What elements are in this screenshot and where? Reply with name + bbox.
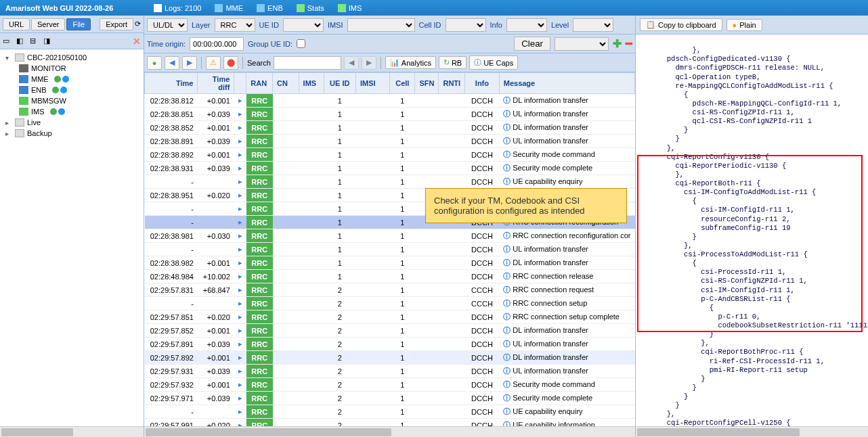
- tree-root[interactable]: CBC-2021050100: [0, 52, 144, 63]
- imsi-select[interactable]: [347, 18, 415, 32]
- plain-button[interactable]: ●Plain: [726, 19, 762, 31]
- log-row[interactable]: 02:29:57.851+0.020▸RRC21DCCHⓘRRC connect…: [145, 310, 635, 324]
- info-select[interactable]: [506, 18, 547, 32]
- tree-live[interactable]: Live: [0, 117, 144, 128]
- forward-icon[interactable]: ▶: [182, 56, 197, 70]
- info-icon: ⓘ: [503, 96, 511, 104]
- log-row[interactable]: 02:28:38.851+0.039▸RRC11DCCHⓘUL informat…: [145, 108, 635, 121]
- search-prev-icon[interactable]: ◀: [344, 56, 359, 70]
- tree-monitor[interactable]: MONITOR: [0, 63, 144, 74]
- record-icon[interactable]: ●: [147, 56, 162, 70]
- log-row[interactable]: 02:29:57.931+0.039▸RRC21DCCHⓘUL informat…: [145, 365, 635, 378]
- back-icon[interactable]: ◀: [165, 56, 179, 70]
- log-row[interactable]: -▸RRC21CCCHⓘRRC connection setup: [145, 297, 635, 310]
- uldl-select[interactable]: UL/DL: [147, 18, 188, 32]
- center-hscroll[interactable]: [144, 426, 635, 437]
- tab-enb[interactable]: ENB: [250, 3, 290, 14]
- cellid-select[interactable]: [446, 18, 486, 32]
- log-row[interactable]: 02:29:57.932+0.001▸RRC21DCCHⓘSecurity mo…: [145, 378, 635, 392]
- tool-icon[interactable]: ◧: [16, 37, 26, 46]
- column-header[interactable]: RNTI: [439, 73, 465, 94]
- expander-icon[interactable]: [5, 119, 12, 127]
- tree-enb[interactable]: ENB: [0, 85, 144, 95]
- log-row[interactable]: 02:28:38.891+0.039▸RRC11DCCHⓘUL informat…: [145, 135, 635, 148]
- tree-mbmsgw[interactable]: MBMSGW: [0, 95, 144, 106]
- cellid-label: Cell ID: [419, 21, 441, 29]
- left-hscroll[interactable]: [0, 426, 144, 437]
- log-row[interactable]: 02:28:38.982+0.001▸RRC11DCCHⓘDL informat…: [145, 256, 635, 270]
- log-row[interactable]: 02:28:38.892+0.001▸RRC11DCCHⓘSecurity mo…: [145, 148, 635, 162]
- log-row[interactable]: -▸RRC21DCCHⓘUE capability enquiry: [145, 405, 635, 419]
- log-row[interactable]: 02:29:57.892+0.001▸RRC21DCCHⓘDL informat…: [145, 351, 635, 365]
- clear-button[interactable]: Clear: [514, 37, 550, 51]
- tab-ims[interactable]: IMS: [331, 3, 369, 14]
- log-row[interactable]: 02:28:38.812+0.001▸RRC11DCCHⓘDL informat…: [145, 94, 635, 108]
- group-ueid-checkbox[interactable]: [297, 39, 305, 48]
- log-row[interactable]: 02:29:57.971+0.039▸RRC21DCCHⓘSecurity mo…: [145, 392, 635, 405]
- column-header[interactable]: Info: [465, 73, 500, 94]
- uecaps-button[interactable]: ⓘUE Caps: [469, 55, 518, 70]
- column-header[interactable]: Message: [499, 73, 634, 94]
- time-origin-input[interactable]: [190, 37, 244, 51]
- expander-icon[interactable]: [5, 54, 12, 62]
- warning-icon[interactable]: ⚠: [206, 56, 221, 70]
- column-header[interactable]: Cell: [390, 73, 415, 94]
- add-icon[interactable]: ✚: [613, 37, 622, 50]
- log-row[interactable]: 02:29:57.831+68.847▸RRC21CCCHⓘRRC connec…: [145, 283, 635, 297]
- column-header[interactable]: UE ID: [324, 73, 355, 94]
- tree-mme[interactable]: MME: [0, 74, 144, 85]
- column-header[interactable]: CN: [273, 73, 299, 94]
- close-icon[interactable]: ✕: [133, 36, 141, 47]
- tab-stats[interactable]: Stats: [290, 3, 331, 14]
- minimize-icon[interactable]: ▭: [3, 37, 12, 46]
- log-grid[interactable]: TimeTime diffRANCNIMSUE IDIMSICellSFNRNT…: [144, 72, 635, 426]
- ueid-select[interactable]: [283, 18, 324, 32]
- log-row[interactable]: 02:29:57.852+0.001▸RRC21DCCHⓘDL informat…: [145, 324, 635, 338]
- detail-text[interactable]: }, pdsch-ConfigDedicated-v1130 { dmrs-Co…: [636, 34, 868, 426]
- export-button[interactable]: Export: [100, 18, 133, 30]
- file-button[interactable]: File: [66, 18, 91, 30]
- column-header[interactable]: IMSI: [355, 73, 389, 94]
- column-header[interactable]: [234, 73, 246, 94]
- expander-icon[interactable]: [5, 130, 12, 137]
- search-next-icon[interactable]: ▶: [362, 56, 376, 70]
- tree-label: ENB: [31, 86, 47, 94]
- right-hscroll[interactable]: [636, 426, 868, 437]
- info-icon: ⓘ: [474, 58, 481, 68]
- tree-backup[interactable]: Backup: [0, 128, 144, 139]
- column-header[interactable]: RAN: [246, 73, 273, 94]
- column-header[interactable]: IMS: [299, 73, 324, 94]
- tree-ims[interactable]: IMS: [0, 106, 144, 117]
- rb-button[interactable]: ↻RB: [439, 56, 466, 69]
- right-toolbar: 📋Copy to clipboard ●Plain: [636, 16, 868, 34]
- refresh-icon[interactable]: ⟳: [135, 20, 141, 28]
- log-row[interactable]: 02:29:57.991+0.020▸RRC21DCCHⓘUE capabili…: [145, 419, 635, 427]
- delete-icon[interactable]: ━: [626, 37, 632, 50]
- column-header[interactable]: Time: [145, 73, 198, 94]
- search-input[interactable]: [274, 56, 341, 70]
- tab-logs[interactable]: Logs: 2100: [147, 3, 208, 14]
- direction-icon: ▸: [238, 326, 242, 334]
- log-row[interactable]: -▸RRC11DCCHⓘUE capability enquiry: [145, 175, 635, 189]
- error-icon[interactable]: ⬤: [223, 56, 238, 70]
- column-header[interactable]: SFN: [415, 73, 439, 94]
- log-row[interactable]: 02:28:48.984+10.002▸RRC11DCCHⓘRRC connec…: [145, 270, 635, 283]
- tree-label: IMS: [31, 108, 45, 116]
- copy-button[interactable]: 📋Copy to clipboard: [640, 18, 722, 31]
- log-row[interactable]: 02:29:57.891+0.039▸RRC21DCCHⓘUL informat…: [145, 338, 635, 351]
- column-header[interactable]: Time diff: [198, 73, 234, 94]
- layer-select[interactable]: RRC: [215, 18, 255, 32]
- log-row[interactable]: 02:28:38.981+0.030▸RRC11DCCHⓘRRC connect…: [145, 229, 635, 243]
- folder-icon: [15, 118, 24, 127]
- sort-icon[interactable]: ⊟: [30, 37, 39, 46]
- analytics-button[interactable]: 📊Analytics: [385, 56, 436, 69]
- level-select[interactable]: [573, 18, 613, 32]
- url-button[interactable]: URL: [3, 18, 30, 30]
- log-row[interactable]: 02:28:38.931+0.039▸RRC11DCCHⓘSecurity mo…: [145, 162, 635, 175]
- log-row[interactable]: 02:28:38.852+0.001▸RRC11DCCHⓘDL informat…: [145, 121, 635, 135]
- server-button[interactable]: Server: [31, 18, 65, 30]
- clear-select[interactable]: [555, 37, 609, 51]
- log-row[interactable]: -▸RRC11DCCHⓘUL information transfer: [145, 243, 635, 256]
- tool2-icon[interactable]: ◨: [43, 37, 53, 46]
- tab-mme[interactable]: MME: [208, 3, 250, 14]
